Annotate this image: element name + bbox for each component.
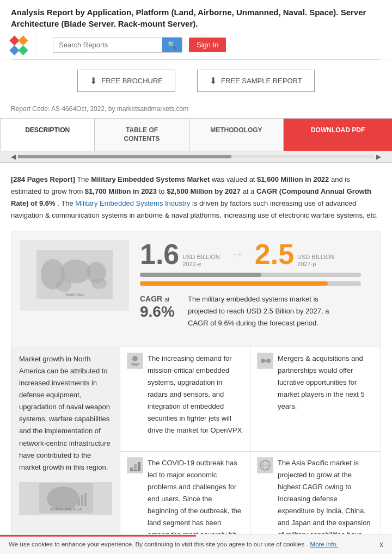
scroll-bar <box>18 155 374 158</box>
tab-methodology[interactable]: METHODOLOGY <box>189 119 284 151</box>
main-content: [284 Pages Report] The Military Embedded… <box>0 163 392 554</box>
tabs-bar: DESCRIPTION TABLE OFCONTENTS METHODOLOGY… <box>0 118 392 151</box>
tab-description[interactable]: DESCRIPTION <box>0 119 95 151</box>
svg-point-18 <box>261 359 265 363</box>
cagr-description: The military embedded systems market is … <box>188 290 340 329</box>
download-icon-2: ⬇ <box>210 76 217 86</box>
stat2-unit-line2: 2027-p <box>297 261 334 268</box>
stat1-unit: USD BILLION 2022-e <box>182 254 219 268</box>
info-text-2: Mergers & acquisitions and partnerships … <box>278 353 374 437</box>
stat1-block: 1.6 USD BILLION 2022-e <box>140 240 220 268</box>
na-map-thumb: NORTH AMERICA <box>19 482 112 515</box>
info-icon-4 <box>257 457 273 473</box>
world-map: World Map <box>20 240 129 311</box>
infographic-top: World Map 1.6 USD BILLION 2022-e → <box>11 231 381 347</box>
tab-toc[interactable]: TABLE OFCONTENTS <box>95 119 189 151</box>
stat1-unit-line1: USD BILLION <box>182 254 219 261</box>
svg-rect-23 <box>134 464 137 471</box>
intro-text: [284 Pages Report] The <box>11 175 91 183</box>
svg-rect-16 <box>132 365 138 366</box>
search-bar[interactable]: 🔍 <box>53 37 182 53</box>
stat2-unit: USD BILLION 2027-p <box>297 254 334 268</box>
stats-section: 1.6 USD BILLION 2022-e → 2.5 USD BILLION… <box>129 240 372 338</box>
info-item-2: Mergers & acquisitions and partnerships … <box>250 347 381 452</box>
text1: was valued at <box>212 175 257 183</box>
cookie-text: We use cookies to enhance your experienc… <box>9 541 308 547</box>
svg-point-19 <box>266 359 271 363</box>
sample-label: FREE SAMPLE REPORT <box>221 77 302 85</box>
progress-bar-1 <box>140 273 361 277</box>
cookie-bar: We use cookies to enhance your experienc… <box>0 534 392 554</box>
logo <box>11 37 28 52</box>
val1: $1,600 Million in 2022 <box>257 175 329 183</box>
svg-rect-10 <box>78 498 80 506</box>
search-button[interactable]: 🔍 <box>162 38 182 52</box>
svg-rect-12 <box>84 493 87 506</box>
svg-rect-22 <box>130 467 133 471</box>
market-name: Military Embedded Systems Market <box>91 175 210 183</box>
stat1-value: 1.6 <box>140 240 179 268</box>
scroll-bar-row: ◀ ▶ <box>0 151 392 163</box>
cagr-label: CAGR at <box>140 294 183 303</box>
page-title: Analysis Report by Application, Platform… <box>11 7 381 29</box>
text5: . The <box>57 199 75 207</box>
header-bar: 🔍 Sign In <box>11 35 381 54</box>
progress-bar-2 <box>140 281 361 286</box>
stat2-block: 2.5 USD BILLION 2027-p <box>255 240 335 268</box>
report-code: Report Code: AS 4664Oct, 2022, by market… <box>0 102 392 118</box>
stat1-unit-line2: 2022-e <box>182 261 219 268</box>
info-icon-1 <box>127 353 143 369</box>
search-input[interactable] <box>53 38 162 52</box>
stat-arrow: → <box>231 247 244 268</box>
search-icon: 🔍 <box>168 41 176 49</box>
svg-text:NORTH AMERICA: NORTH AMERICA <box>50 507 82 511</box>
industry-link[interactable]: Military Embedded Systems Industry <box>75 199 190 207</box>
cagr-value: 9.6% <box>140 303 183 321</box>
svg-point-14 <box>132 356 138 361</box>
free-brochure-button[interactable]: ⬇ FREE BROCHURE <box>77 70 175 92</box>
stat-values-row: 1.6 USD BILLION 2022-e → 2.5 USD BILLION… <box>140 240 361 268</box>
header: Analysis Report by Application, Platform… <box>0 0 392 59</box>
cookie-progress-bar <box>0 535 196 537</box>
page-count: [284 Pages Report] <box>11 175 75 183</box>
svg-rect-15 <box>131 363 139 365</box>
cookie-more-link[interactable]: More info. <box>310 541 338 547</box>
cagr-row: CAGR at 9.6% The military embedded syste… <box>140 290 361 338</box>
info-left-col: Market growth in North America can be at… <box>11 347 120 554</box>
brochure-label: FREE BROCHURE <box>101 77 163 85</box>
intro-paragraph: [284 Pages Report] The Military Embedded… <box>11 174 381 221</box>
svg-point-5 <box>91 278 107 289</box>
cookie-close-button[interactable]: x <box>379 540 383 549</box>
svg-text:World Map: World Map <box>65 293 84 297</box>
infographic-bottom: Market growth in North America can be at… <box>11 347 381 554</box>
scroll-right-arrow[interactable]: ▶ <box>376 153 381 161</box>
download-icon: ⬇ <box>90 76 97 86</box>
val3: $2,500 Million by 2027 <box>167 187 241 195</box>
val2: $1,700 Million in 2023 <box>85 187 157 195</box>
progress-fill-2 <box>140 281 328 286</box>
svg-point-4 <box>56 279 71 292</box>
action-buttons: ⬇ FREE BROCHURE ⬇ FREE SAMPLE REPORT <box>0 60 392 102</box>
stat2-value: 2.5 <box>255 240 294 268</box>
left-text: Market growth in North America can be at… <box>19 353 112 473</box>
info-text-1: The increasing demand for mission-critic… <box>148 353 243 437</box>
info-items-grid: The increasing demand for mission-critic… <box>120 347 381 554</box>
infographic-block: World Map 1.6 USD BILLION 2022-e → <box>11 231 381 554</box>
info-item-1: The increasing demand for mission-critic… <box>120 347 250 452</box>
info-icon-3 <box>127 457 143 473</box>
svg-rect-24 <box>138 462 140 471</box>
info-icon-2 <box>257 353 273 369</box>
stat2-unit-line1: USD BILLION <box>297 254 334 261</box>
signin-button[interactable]: Sign In <box>189 38 226 52</box>
cagr-block: CAGR at 9.6% <box>140 294 183 321</box>
scroll-bar-fill <box>18 155 231 158</box>
tab-toc-label: TABLE OFCONTENTS <box>124 126 160 143</box>
text3: to <box>159 187 167 195</box>
scroll-left-arrow[interactable]: ◀ <box>11 153 16 161</box>
text4: at a <box>243 187 256 195</box>
free-sample-button[interactable]: ⬇ FREE SAMPLE REPORT <box>197 70 315 92</box>
tab-download[interactable]: DOWNLOAD PDF <box>284 119 392 151</box>
progress-fill-1 <box>140 273 261 277</box>
svg-rect-11 <box>81 495 83 506</box>
